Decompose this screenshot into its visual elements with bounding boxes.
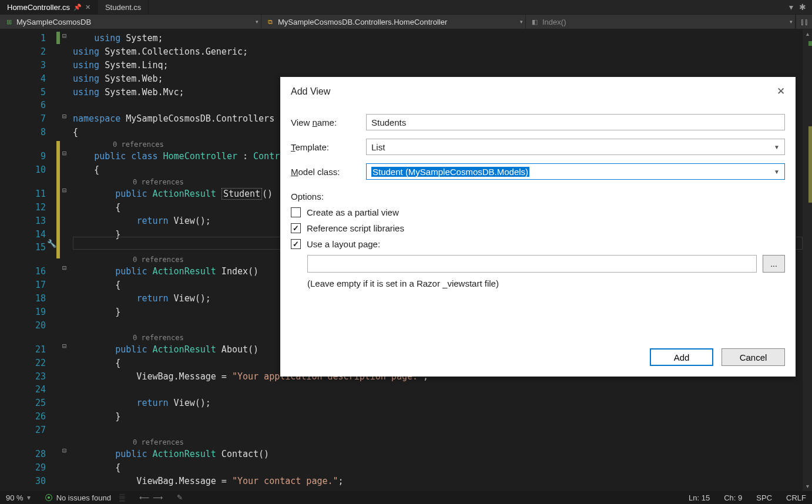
pin-icon[interactable]: 📌 (73, 4, 82, 11)
close-button[interactable]: ✕ (777, 85, 785, 98)
options-label: Options: (291, 191, 785, 201)
nav-class-label: MySampleCosmosDB.Controllers.HomeControl… (278, 18, 447, 26)
nav-next-icon[interactable]: ⟶ (153, 493, 163, 502)
chevron-down-icon: ▾ (256, 19, 259, 25)
pen-icon[interactable]: ✎ (177, 493, 183, 502)
lightbulb-icon[interactable]: 🔧 (47, 239, 56, 248)
nav-prev-icon[interactable]: ⟵ (139, 493, 149, 502)
view-name-input[interactable] (366, 114, 785, 130)
tab-label: Student.cs (105, 3, 141, 12)
gear-icon[interactable]: ✱ (799, 2, 806, 12)
cancel-button[interactable]: Cancel (722, 348, 785, 366)
template-select[interactable]: List ▼ (366, 139, 785, 155)
split-editor-icon[interactable]: ⫿⫿ (796, 15, 812, 29)
reference-libs-checkbox[interactable]: ✓ (291, 223, 301, 233)
chevron-down-icon: ▾ (520, 19, 523, 25)
tab-homecontroller[interactable]: HomeController.cs 📌 ✕ (0, 0, 98, 14)
fold-icon[interactable]: ⊟ (62, 186, 66, 194)
issues-status[interactable]: ⦿ No issues found (45, 493, 111, 502)
close-icon[interactable]: ✕ (85, 4, 90, 11)
layout-path-input[interactable] (307, 255, 757, 273)
fold-icon[interactable]: ⊟ (62, 32, 66, 40)
tab-overflow: ▾ ✱ (789, 0, 812, 14)
partial-view-checkbox[interactable] (291, 207, 301, 217)
tab-row: HomeController.cs 📌 ✕ Student.cs ▾ ✱ (0, 0, 812, 14)
add-button[interactable]: Add (650, 348, 713, 366)
tab-student[interactable]: Student.cs (98, 0, 149, 14)
reference-libs-label: Reference script libraries (307, 223, 404, 233)
dialog-title: Add View (291, 86, 330, 97)
chevron-down-icon: ▾ (27, 493, 31, 502)
scrollbar[interactable]: ▴ ▾ (803, 29, 812, 491)
nav-method[interactable]: ◧ Index() ▾ (526, 15, 796, 29)
fold-margin: ⊟ ⊟ ⊟ ⊟ ⊟ ⊟ ⊟ (56, 29, 73, 491)
model-class-label: Model class: (291, 167, 366, 177)
model-class-select[interactable]: Student (MySampleCosmosDB.Models) ▼ (366, 163, 785, 180)
nav-project-label: MySampleCosmosDB (16, 18, 91, 26)
issues-text: No issues found (56, 493, 111, 502)
fold-icon[interactable]: ⊟ (62, 149, 66, 157)
class-icon: ⧉ (266, 18, 274, 26)
method-icon: ◧ (531, 18, 539, 26)
chevron-down-icon: ▼ (774, 169, 780, 175)
check-icon: ⦿ (45, 493, 53, 502)
line-ending[interactable]: CRLF (786, 493, 806, 502)
chevron-down-icon: ▼ (774, 144, 780, 150)
codelens[interactable]: 0 references (73, 437, 812, 448)
col-position[interactable]: Ch: 9 (724, 493, 742, 502)
browse-button[interactable]: ... (763, 255, 785, 273)
view-name-label: View name: (291, 117, 366, 127)
line-gutter: 1 2 3 4 5 6 7 8 9 10 11 12 13 14 15 16 1… (0, 29, 56, 491)
layout-page-label: Use a layout page: (307, 239, 380, 249)
divider-icon: 𝄛 (119, 493, 125, 502)
chevron-down-icon: ▾ (790, 19, 793, 25)
nav-class[interactable]: ⧉ MySampleCosmosDB.Controllers.HomeContr… (261, 15, 526, 29)
nav-bar: ⊞ MySampleCosmosDB ▾ ⧉ MySampleCosmosDB.… (0, 14, 812, 29)
fold-icon[interactable]: ⊟ (62, 446, 66, 455)
layout-hint: (Leave empty if it is set in a Razor _vi… (307, 278, 785, 288)
fold-icon[interactable]: ⊟ (62, 112, 66, 120)
status-bar: 90 % ▾ ⦿ No issues found 𝄛 ⟵ ⟶ ✎ Ln: 15 … (0, 491, 812, 504)
template-label: Template: (291, 142, 366, 152)
template-value: List (371, 142, 385, 152)
zoom-control[interactable]: 90 % ▾ (6, 493, 31, 502)
nav-method-label: Index() (542, 18, 566, 26)
scroll-up-icon[interactable]: ▴ (803, 29, 812, 39)
fold-icon[interactable]: ⊟ (62, 342, 66, 350)
csharp-project-icon: ⊞ (5, 18, 13, 26)
nav-project[interactable]: ⊞ MySampleCosmosDB ▾ (0, 15, 261, 29)
model-class-value: Student (MySampleCosmosDB.Models) (371, 167, 529, 177)
line-position[interactable]: Ln: 15 (689, 493, 710, 502)
scroll-down-icon[interactable]: ▾ (803, 482, 812, 491)
layout-page-checkbox[interactable]: ✓ (291, 239, 301, 249)
zoom-value: 90 % (6, 493, 24, 502)
tab-label: HomeController.cs (7, 3, 70, 12)
partial-view-label: Create as a partial view (307, 207, 399, 217)
dropdown-icon[interactable]: ▾ (789, 2, 793, 12)
fold-icon[interactable]: ⊟ (62, 264, 66, 272)
add-view-dialog: Add View ✕ View name: Template: List ▼ M… (280, 77, 796, 377)
indent-mode[interactable]: SPC (756, 493, 772, 502)
